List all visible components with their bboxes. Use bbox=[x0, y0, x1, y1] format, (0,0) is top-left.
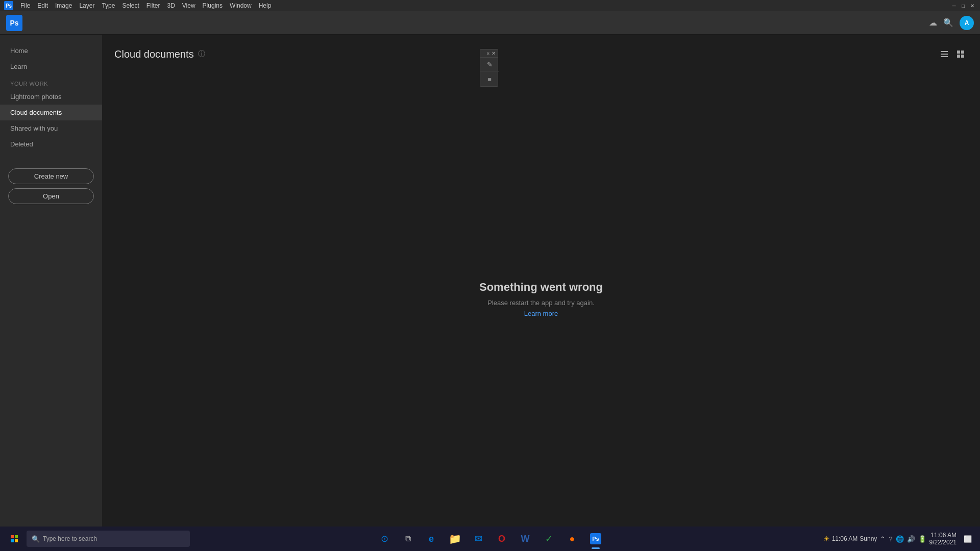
menu-bar: File Edit Image Layer Type Select Filter… bbox=[17, 1, 274, 10]
windows-logo-icon bbox=[11, 535, 18, 542]
tool-panel: « ✕ ✎ ≡ bbox=[480, 49, 498, 87]
taskbar-task-view[interactable]: ⧉ bbox=[397, 528, 419, 550]
menu-edit[interactable]: Edit bbox=[34, 1, 51, 10]
system-clock[interactable]: 11:06 AM 9/22/2021 bbox=[929, 532, 957, 546]
view-toggle bbox=[937, 47, 968, 61]
svg-rect-0 bbox=[941, 51, 948, 52]
create-new-button[interactable]: Create new bbox=[8, 168, 94, 184]
weather-condition: Sunny bbox=[860, 535, 877, 542]
clock-date: 9/22/2021 bbox=[929, 539, 957, 546]
word-icon: W bbox=[521, 534, 530, 544]
taskbar-outlook[interactable]: O bbox=[491, 528, 513, 550]
outlook-icon: O bbox=[498, 534, 505, 544]
menu-3d[interactable]: 3D bbox=[164, 1, 178, 10]
task-view-icon: ⧉ bbox=[405, 534, 411, 543]
app-header: Ps ☁ 🔍 A bbox=[0, 11, 980, 35]
weather-sun-icon: ☀ bbox=[823, 535, 830, 543]
taskbar-word[interactable]: W bbox=[514, 528, 536, 550]
menu-image[interactable]: Image bbox=[52, 1, 75, 10]
tray-icons: ⌃ ? 🌐 🔊 🔋 bbox=[880, 535, 926, 543]
tool-edit-icon[interactable]: ✎ bbox=[480, 58, 499, 72]
title-bar-right: ─ □ ✕ bbox=[950, 2, 976, 9]
ps-app-logo: Ps bbox=[6, 15, 22, 31]
content-header: Cloud documents ⓘ bbox=[114, 47, 968, 61]
error-subtitle: Please restart the app and try again. bbox=[487, 299, 595, 307]
menu-select[interactable]: Select bbox=[119, 1, 142, 10]
tool-list-icon[interactable]: ≡ bbox=[480, 72, 499, 86]
sidebar: Home Learn YOUR WORK Lightroom photos Cl… bbox=[0, 35, 102, 551]
learn-more-link[interactable]: Learn more bbox=[524, 310, 558, 317]
grid-view-button[interactable] bbox=[953, 47, 968, 61]
error-panel: Something went wrong Please restart the … bbox=[114, 73, 968, 524]
search-icon[interactable]: 🔍 bbox=[943, 18, 953, 28]
svg-rect-2 bbox=[941, 56, 948, 57]
app-header-right: ☁ 🔍 A bbox=[929, 16, 974, 30]
ps-logo-small: Ps bbox=[4, 1, 13, 10]
minimize-button[interactable]: ─ bbox=[950, 2, 958, 9]
svg-rect-5 bbox=[957, 55, 960, 58]
search-icon: 🔍 bbox=[32, 535, 40, 543]
photoshop-icon: Ps bbox=[590, 533, 601, 544]
title-bar: Ps File Edit Image Layer Type Select Fil… bbox=[0, 0, 980, 11]
taskbar-cortana[interactable]: ⊙ bbox=[373, 528, 396, 550]
taskbar-photoshop[interactable]: Ps bbox=[584, 528, 607, 550]
mail-icon: ✉ bbox=[475, 533, 482, 544]
info-icon[interactable]: ⓘ bbox=[198, 49, 205, 59]
notification-icon: ⬜ bbox=[964, 535, 972, 543]
app-header-left: Ps bbox=[6, 15, 22, 31]
tool-panel-close-btn[interactable]: ✕ bbox=[492, 51, 496, 56]
help-icon[interactable]: ? bbox=[889, 535, 892, 543]
taskbar-edge[interactable]: e bbox=[420, 528, 443, 550]
open-button[interactable]: Open bbox=[8, 188, 94, 204]
page-title: Cloud documents bbox=[114, 48, 194, 60]
cloud-icon[interactable]: ☁ bbox=[929, 18, 937, 28]
avatar[interactable]: A bbox=[960, 16, 974, 30]
tool-panel-collapse-btn[interactable]: « bbox=[486, 51, 489, 56]
maximize-button[interactable]: □ bbox=[960, 2, 967, 9]
svg-rect-4 bbox=[961, 51, 964, 54]
menu-window[interactable]: Window bbox=[227, 1, 255, 10]
main-layout: Home Learn YOUR WORK Lightroom photos Cl… bbox=[0, 35, 980, 551]
battery-icon[interactable]: 🔋 bbox=[918, 535, 926, 543]
content-title-row: Cloud documents ⓘ bbox=[114, 48, 205, 60]
weather-widget[interactable]: ☀ 11:06 AM Sunny bbox=[823, 535, 877, 543]
menu-file[interactable]: File bbox=[17, 1, 33, 10]
taskbar: 🔍 Type here to search ⊙ ⧉ e 📁 ✉ O W ✓ ● bbox=[0, 527, 980, 551]
svg-rect-3 bbox=[957, 51, 960, 54]
taskbar-todo[interactable]: ✓ bbox=[537, 528, 560, 550]
menu-type[interactable]: Type bbox=[99, 1, 118, 10]
sidebar-item-deleted[interactable]: Deleted bbox=[0, 136, 102, 152]
menu-filter[interactable]: Filter bbox=[143, 1, 163, 10]
taskbar-search-bar[interactable]: 🔍 Type here to search bbox=[27, 531, 190, 547]
sidebar-item-shared-with-you[interactable]: Shared with you bbox=[0, 120, 102, 136]
taskbar-mail[interactable]: ✉ bbox=[467, 528, 489, 550]
app-container: Ps ☁ 🔍 A Home Learn YOUR WORK Lightroom … bbox=[0, 11, 980, 551]
sidebar-item-learn[interactable]: Learn bbox=[0, 59, 102, 74]
sidebar-item-cloud-documents[interactable]: Cloud documents bbox=[0, 105, 102, 120]
cortana-icon: ⊙ bbox=[381, 533, 388, 544]
start-button[interactable] bbox=[4, 529, 24, 549]
taskbar-right: ☀ 11:06 AM Sunny ⌃ ? 🌐 🔊 🔋 11:06 AM 9/22… bbox=[823, 531, 976, 547]
tool-panel-header: « ✕ bbox=[480, 49, 498, 58]
taskbar-unknown[interactable]: ● bbox=[561, 528, 583, 550]
sidebar-item-home[interactable]: Home bbox=[0, 43, 102, 59]
taskbar-left: 🔍 Type here to search bbox=[4, 529, 190, 549]
clock-time: 11:06 AM bbox=[930, 532, 957, 539]
sidebar-buttons: Create new Open bbox=[0, 160, 102, 212]
sidebar-section-label: YOUR WORK bbox=[0, 74, 102, 89]
explorer-icon: 📁 bbox=[449, 533, 461, 545]
menu-plugins[interactable]: Plugins bbox=[200, 1, 226, 10]
network-icon[interactable]: 🌐 bbox=[896, 535, 904, 543]
sidebar-item-lightroom-photos[interactable]: Lightroom photos bbox=[0, 89, 102, 105]
notification-button[interactable]: ⬜ bbox=[960, 531, 976, 547]
volume-icon[interactable]: 🔊 bbox=[907, 535, 915, 543]
taskbar-center: ⊙ ⧉ e 📁 ✉ O W ✓ ● Ps bbox=[373, 528, 607, 550]
menu-layer[interactable]: Layer bbox=[76, 1, 97, 10]
menu-view[interactable]: View bbox=[179, 1, 199, 10]
list-view-button[interactable] bbox=[937, 47, 951, 61]
expand-tray-icon[interactable]: ⌃ bbox=[880, 535, 886, 543]
menu-help[interactable]: Help bbox=[256, 1, 275, 10]
svg-rect-6 bbox=[961, 55, 964, 58]
close-button[interactable]: ✕ bbox=[969, 2, 976, 9]
taskbar-explorer[interactable]: 📁 bbox=[444, 528, 466, 550]
